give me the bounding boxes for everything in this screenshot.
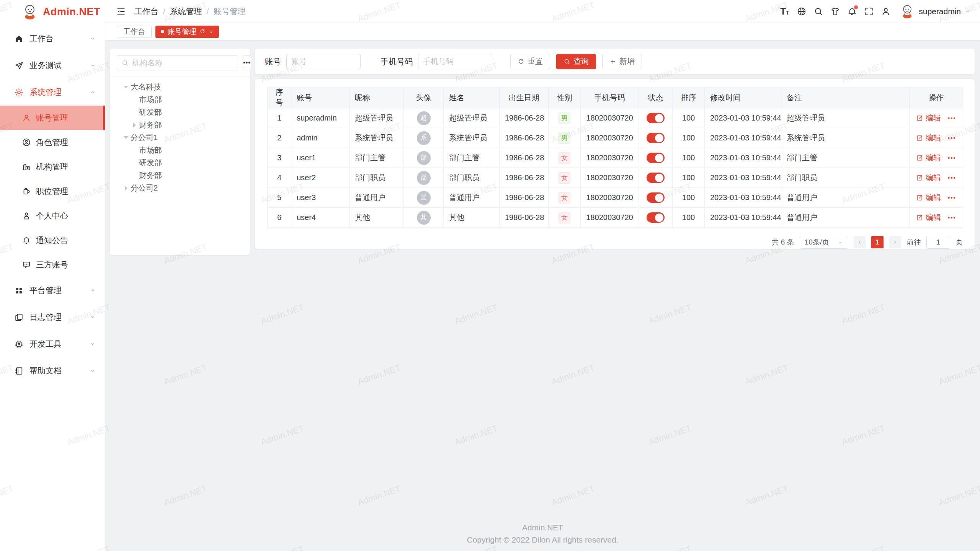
goto-page-input[interactable] (926, 236, 950, 249)
sidebar-item-label: 机构管理 (36, 161, 68, 172)
language-button[interactable] (793, 3, 810, 20)
tab-workbench[interactable]: 工作台 (117, 26, 152, 38)
more-actions-button[interactable]: ••• (948, 174, 956, 181)
edit-icon (916, 174, 923, 181)
tree-node[interactable]: 研发部 (117, 106, 243, 119)
cell-phone: 18020030720 (581, 208, 639, 228)
status-toggle[interactable] (647, 212, 665, 223)
tree-caret-down-icon[interactable] (121, 86, 131, 88)
fullscreen-button[interactable] (861, 3, 877, 20)
column-header: 头像 (404, 87, 444, 108)
sidebar-item-account-mgmt[interactable]: 账号管理 (0, 106, 105, 130)
status-toggle[interactable] (647, 133, 665, 143)
status-toggle[interactable] (647, 173, 665, 183)
reset-button[interactable]: 重置 (510, 54, 550, 69)
sidebar-item-system-mgmt[interactable]: 系统管理 (0, 79, 105, 106)
page-number-current[interactable]: 1 (871, 236, 884, 248)
cell-index: 5 (268, 188, 291, 208)
tree-caret-right-icon[interactable] (130, 123, 139, 127)
more-actions-button[interactable]: ••• (948, 115, 956, 121)
theme-button[interactable] (827, 3, 844, 20)
status-toggle[interactable] (647, 113, 665, 123)
total-count: 共 6 条 (771, 237, 794, 247)
prev-page-button[interactable] (854, 236, 866, 248)
cell-name: 部门主管 (444, 148, 500, 168)
sidebar-item-workbench[interactable]: 工作台 (0, 25, 105, 52)
edit-button[interactable]: 编辑 (916, 173, 941, 183)
page-size-select[interactable]: 10条/页 (800, 236, 848, 249)
edit-button[interactable]: 编辑 (916, 212, 941, 223)
close-icon[interactable] (208, 29, 214, 34)
cell-order: 100 (673, 128, 705, 148)
column-header: 序号 (268, 87, 291, 108)
tree-node[interactable]: 分公司2 (117, 182, 243, 194)
table-header-row: 序号账号昵称头像姓名出生日期性别手机号码状态排序修改时间备注操作 (268, 87, 963, 108)
edit-button[interactable]: 编辑 (916, 133, 941, 143)
tree-node[interactable]: 市场部 (117, 144, 243, 156)
next-page-button[interactable] (889, 236, 901, 248)
send-icon (14, 61, 24, 70)
status-toggle[interactable] (647, 192, 665, 203)
search-button[interactable] (810, 3, 827, 20)
column-header: 昵称 (350, 87, 404, 108)
sidebar-item-platform-mgmt[interactable]: 平台管理 (0, 277, 105, 304)
refresh-icon[interactable] (199, 29, 205, 34)
cell-avatar: 其 (404, 208, 444, 228)
column-header: 状态 (639, 87, 673, 108)
more-actions-button[interactable]: ••• (948, 214, 956, 221)
edit-button[interactable]: 编辑 (916, 192, 941, 203)
sidebar-item-dev-tools[interactable]: 开发工具 (0, 331, 105, 357)
cell-name: 超级管理员 (444, 108, 500, 128)
sidebar-item-label: 帮助文档 (29, 365, 62, 376)
tree-node[interactable]: 大名科技 (117, 81, 243, 93)
notification-button[interactable] (844, 3, 861, 20)
tab-account-mgmt[interactable]: 账号管理 (155, 26, 219, 38)
org-more-button[interactable]: ••• (243, 55, 251, 70)
collapse-sidebar-icon[interactable] (116, 7, 126, 16)
sidebar-item-position-mgmt[interactable]: 职位管理 (0, 179, 105, 204)
search-button[interactable]: 查询 (556, 54, 596, 69)
sidebar-item-third-account[interactable]: 三方账号 (0, 253, 105, 277)
tree-node[interactable]: 财务部 (117, 169, 243, 182)
cell-operation: 编辑••• (910, 108, 963, 128)
search-icon (121, 59, 129, 67)
sidebar-item-log-mgmt[interactable]: 日志管理 (0, 304, 105, 331)
org-tree-panel: ••• 大名科技市场部研发部财务部分公司1市场部研发部财务部分公司2 (110, 49, 250, 255)
logo[interactable]: Admin.NET (0, 0, 105, 24)
phone-input[interactable] (418, 54, 492, 69)
account-input[interactable] (286, 54, 361, 69)
user-menu[interactable]: superadmin (900, 4, 971, 19)
add-button[interactable]: 新增 (602, 54, 642, 69)
operation-buttons: 编辑••• (916, 153, 956, 163)
cell-avatar: 部 (404, 148, 444, 168)
profile-icon (22, 211, 31, 220)
table-row: 5user3普通用户普普通用户1986-06-28女18020030720100… (268, 188, 963, 208)
sidebar-item-role-mgmt[interactable]: 角色管理 (0, 130, 105, 155)
sidebar-item-profile-center[interactable]: 个人中心 (0, 204, 105, 228)
profile-button[interactable] (877, 3, 894, 20)
more-actions-button[interactable]: ••• (948, 155, 956, 161)
edit-button[interactable]: 编辑 (916, 113, 941, 123)
tree-node[interactable]: 市场部 (117, 93, 243, 106)
tree-node[interactable]: 财务部 (117, 119, 243, 131)
tree-caret-down-icon[interactable] (121, 136, 131, 139)
chevron-up-icon (90, 89, 96, 95)
org-search-input[interactable] (117, 55, 238, 70)
status-toggle[interactable] (647, 153, 665, 163)
tree-caret-right-icon[interactable] (121, 186, 131, 191)
edit-icon (916, 154, 923, 161)
font-size-button[interactable]: TT (776, 3, 793, 20)
breadcrumb-item[interactable]: 工作台 (134, 6, 158, 17)
more-actions-button[interactable]: ••• (948, 135, 956, 141)
tree-node[interactable]: 研发部 (117, 156, 243, 169)
sidebar-item-org-mgmt[interactable]: 机构管理 (0, 155, 105, 179)
tree-node[interactable]: 分公司1 (117, 131, 243, 144)
sidebar-item-business-test[interactable]: 业务测试 (0, 52, 105, 79)
org-name-field[interactable] (132, 59, 234, 67)
more-actions-button[interactable]: ••• (948, 194, 956, 201)
operation-buttons: 编辑••• (916, 212, 956, 223)
sidebar-item-notice[interactable]: 通知公告 (0, 228, 105, 253)
edit-button[interactable]: 编辑 (916, 153, 941, 163)
sidebar-item-help-docs[interactable]: 帮助文档 (0, 357, 105, 384)
breadcrumb-item[interactable]: 系统管理 (170, 6, 202, 17)
